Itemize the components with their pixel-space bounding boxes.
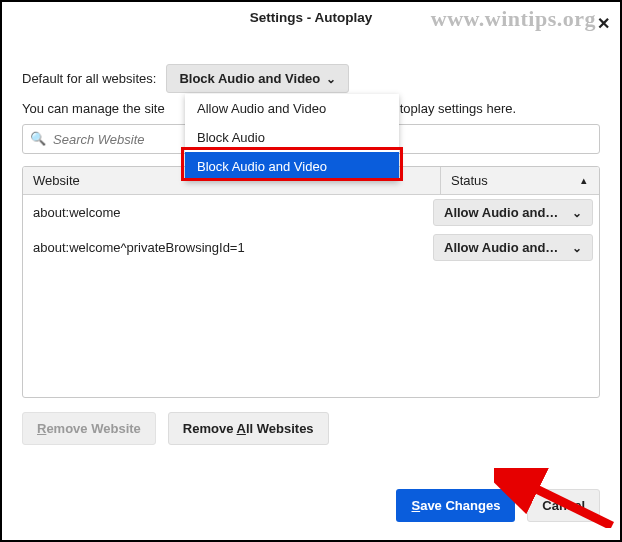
status-dropdown[interactable]: Allow Audio and… ⌄ [433, 234, 593, 261]
dropdown-selected-label: Block Audio and Video [179, 71, 320, 86]
default-autoplay-dropdown[interactable]: Block Audio and Video ⌄ [166, 64, 349, 93]
remove-website-button: Remove Website [22, 412, 156, 445]
exceptions-table: Website Status ▴ about:welcome Allow Aud… [22, 166, 600, 398]
column-header-status-label: Status [451, 173, 488, 188]
menu-item-allow-audio-video[interactable]: Allow Audio and Video [185, 94, 399, 123]
close-icon[interactable]: ✕ [597, 8, 610, 40]
status-dropdown[interactable]: Allow Audio and… ⌄ [433, 199, 593, 226]
default-autoplay-menu[interactable]: Allow Audio and Video Block Audio Block … [185, 94, 399, 181]
menu-item-block-audio[interactable]: Block Audio [185, 123, 399, 152]
menu-item-block-audio-video[interactable]: Block Audio and Video [185, 152, 399, 181]
chevron-down-icon: ⌄ [326, 72, 336, 86]
dialog-titlebar: Settings - Autoplay ✕ [2, 2, 620, 34]
remove-all-websites-button[interactable]: Remove All Websites [168, 412, 329, 445]
save-changes-rest: ave Changes [420, 498, 500, 513]
manage-desc-prefix: You can manage the site [22, 101, 165, 116]
remove-website-rest: emove Website [46, 421, 140, 436]
status-label: Allow Audio and… [444, 205, 558, 220]
save-changes-button[interactable]: Save Changes [396, 489, 515, 522]
cancel-button[interactable]: Cancel [527, 489, 600, 522]
chevron-down-icon: ⌄ [572, 241, 582, 255]
chevron-down-icon: ⌄ [572, 206, 582, 220]
sort-ascending-icon: ▴ [581, 174, 589, 187]
search-icon: 🔍 [30, 131, 46, 146]
table-row[interactable]: about:welcome^privateBrowsingId=1 Allow … [23, 230, 599, 265]
status-label: Allow Audio and… [444, 240, 558, 255]
website-cell: about:welcome [33, 199, 433, 226]
website-cell: about:welcome^privateBrowsingId=1 [33, 234, 433, 261]
default-for-all-label: Default for all websites: [22, 71, 156, 86]
dialog-title: Settings - Autoplay [250, 10, 373, 25]
table-row[interactable]: about:welcome Allow Audio and… ⌄ [23, 195, 599, 230]
remove-all-rest: ll Websites [246, 421, 314, 436]
column-header-status[interactable]: Status ▴ [441, 167, 599, 194]
